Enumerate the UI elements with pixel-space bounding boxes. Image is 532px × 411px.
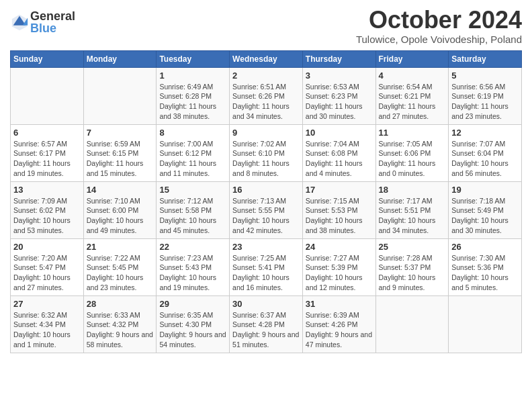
day-info: Sunrise: 6:32 AMSunset: 4:34 PMDaylight:…	[13, 310, 81, 350]
day-number: 24	[306, 242, 373, 252]
day-number: 3	[306, 71, 373, 81]
calendar-week-5: 27Sunrise: 6:32 AMSunset: 4:34 PMDayligh…	[11, 295, 522, 353]
day-info: Sunrise: 6:56 AMSunset: 6:19 PMDaylight:…	[451, 82, 519, 122]
sunset-text: Sunset: 6:04 PM	[451, 148, 519, 158]
calendar-cell: 6Sunrise: 6:57 AMSunset: 6:17 PMDaylight…	[11, 124, 84, 181]
day-info: Sunrise: 6:59 AMSunset: 6:15 PMDaylight:…	[87, 139, 154, 179]
title-block: October 2024 Tulowice, Opole Voivodeship…	[356, 7, 522, 45]
page-header: General Blue October 2024 Tulowice, Opol…	[10, 7, 522, 45]
daylight-text: Daylight: 10 hours and 1 minute.	[13, 330, 81, 349]
calendar-cell	[11, 67, 84, 124]
sunset-text: Sunset: 6:12 PM	[159, 148, 226, 158]
calendar-week-4: 20Sunrise: 7:20 AMSunset: 5:47 PMDayligh…	[11, 238, 522, 295]
sunrise-text: Sunrise: 7:30 AM	[451, 253, 519, 263]
day-number: 1	[159, 71, 226, 81]
sunrise-text: Sunrise: 7:05 AM	[379, 139, 446, 149]
day-number: 25	[379, 242, 446, 252]
day-number: 20	[13, 242, 81, 252]
daylight-text: Daylight: 9 hours and 58 minutes.	[87, 330, 154, 349]
calendar-cell: 20Sunrise: 7:20 AMSunset: 5:47 PMDayligh…	[11, 238, 84, 295]
day-number: 6	[13, 128, 81, 138]
sunrise-text: Sunrise: 7:10 AM	[87, 196, 154, 206]
sunrise-text: Sunrise: 7:09 AM	[13, 196, 81, 206]
sunrise-text: Sunrise: 7:27 AM	[306, 253, 373, 263]
sunrise-text: Sunrise: 6:57 AM	[13, 139, 81, 149]
sunset-text: Sunset: 5:49 PM	[451, 205, 519, 216]
sunrise-text: Sunrise: 6:59 AM	[87, 139, 154, 149]
day-info: Sunrise: 6:35 AMSunset: 4:30 PMDaylight:…	[159, 310, 226, 350]
daylight-text: Daylight: 11 hours and 23 minutes.	[451, 101, 519, 121]
sunrise-text: Sunrise: 6:51 AM	[232, 82, 300, 92]
calendar-table: Sunday Monday Tuesday Wednesday Thursday…	[10, 50, 522, 353]
logo: General Blue	[10, 10, 75, 34]
calendar-cell: 18Sunrise: 7:17 AMSunset: 5:51 PMDayligh…	[375, 181, 449, 238]
day-number: 13	[13, 185, 81, 195]
sunrise-text: Sunrise: 7:12 AM	[159, 196, 226, 206]
day-number: 16	[232, 185, 300, 195]
sunset-text: Sunset: 5:47 PM	[13, 263, 81, 273]
day-number: 31	[306, 299, 373, 309]
day-info: Sunrise: 7:22 AMSunset: 5:45 PMDaylight:…	[87, 253, 154, 293]
sunrise-text: Sunrise: 7:17 AM	[379, 196, 446, 206]
day-number: 17	[306, 185, 373, 195]
calendar-cell: 16Sunrise: 7:13 AMSunset: 5:55 PMDayligh…	[230, 181, 303, 238]
daylight-text: Daylight: 10 hours and 19 minutes.	[159, 273, 226, 292]
day-number: 22	[159, 242, 226, 252]
sunrise-text: Sunrise: 7:07 AM	[451, 139, 519, 149]
calendar-header: Sunday Monday Tuesday Wednesday Thursday…	[11, 50, 522, 67]
calendar-cell: 5Sunrise: 6:56 AMSunset: 6:19 PMDaylight…	[449, 67, 522, 124]
sunset-text: Sunset: 5:58 PM	[159, 205, 226, 216]
day-number: 28	[87, 299, 154, 309]
sunrise-text: Sunrise: 7:00 AM	[159, 139, 226, 149]
calendar-cell	[83, 67, 157, 124]
sunrise-text: Sunrise: 6:39 AM	[306, 310, 373, 320]
daylight-text: Daylight: 10 hours and 53 minutes.	[13, 216, 81, 235]
sunset-text: Sunset: 6:19 PM	[451, 91, 519, 101]
day-number: 19	[451, 185, 519, 195]
calendar-cell: 1Sunrise: 6:49 AMSunset: 6:28 PMDaylight…	[157, 67, 230, 124]
day-number: 15	[159, 185, 226, 195]
calendar-cell: 30Sunrise: 6:37 AMSunset: 4:28 PMDayligh…	[230, 295, 303, 353]
day-info: Sunrise: 6:54 AMSunset: 6:21 PMDaylight:…	[379, 82, 446, 122]
sunset-text: Sunset: 4:34 PM	[13, 320, 81, 330]
daylight-text: Daylight: 11 hours and 11 minutes.	[159, 158, 226, 178]
day-number: 2	[232, 71, 300, 81]
header-row: Sunday Monday Tuesday Wednesday Thursday…	[11, 50, 522, 67]
day-info: Sunrise: 7:15 AMSunset: 5:53 PMDaylight:…	[306, 196, 373, 236]
sunset-text: Sunset: 6:00 PM	[87, 205, 154, 216]
day-number: 30	[232, 299, 300, 309]
daylight-text: Daylight: 10 hours and 42 minutes.	[232, 216, 300, 235]
sunset-text: Sunset: 5:45 PM	[87, 263, 154, 273]
logo-icon	[10, 13, 29, 32]
sunrise-text: Sunrise: 6:37 AM	[232, 310, 300, 320]
day-number: 8	[159, 128, 226, 138]
day-number: 26	[451, 242, 519, 252]
daylight-text: Daylight: 10 hours and 49 minutes.	[87, 216, 154, 235]
day-info: Sunrise: 7:18 AMSunset: 5:49 PMDaylight:…	[451, 196, 519, 236]
calendar-cell: 31Sunrise: 6:39 AMSunset: 4:26 PMDayligh…	[302, 295, 375, 353]
calendar-cell: 7Sunrise: 6:59 AMSunset: 6:15 PMDaylight…	[83, 124, 157, 181]
sunset-text: Sunset: 6:08 PM	[306, 148, 373, 158]
month-title: October 2024	[356, 7, 522, 34]
logo-general: General	[30, 10, 75, 22]
day-info: Sunrise: 7:25 AMSunset: 5:41 PMDaylight:…	[232, 253, 300, 293]
day-number: 23	[232, 242, 300, 252]
daylight-text: Daylight: 11 hours and 34 minutes.	[232, 101, 300, 121]
calendar-cell: 10Sunrise: 7:04 AMSunset: 6:08 PMDayligh…	[302, 124, 375, 181]
sunset-text: Sunset: 5:43 PM	[159, 263, 226, 273]
day-number: 10	[306, 128, 373, 138]
day-info: Sunrise: 7:09 AMSunset: 6:02 PMDaylight:…	[13, 196, 81, 236]
daylight-text: Daylight: 10 hours and 27 minutes.	[13, 273, 81, 292]
sunset-text: Sunset: 4:30 PM	[159, 320, 226, 330]
logo-text: General Blue	[30, 10, 75, 34]
calendar-cell: 27Sunrise: 6:32 AMSunset: 4:34 PMDayligh…	[11, 295, 84, 353]
sunset-text: Sunset: 4:26 PM	[306, 320, 373, 330]
calendar-cell: 23Sunrise: 7:25 AMSunset: 5:41 PMDayligh…	[230, 238, 303, 295]
sunset-text: Sunset: 5:41 PM	[232, 263, 300, 273]
daylight-text: Daylight: 10 hours and 12 minutes.	[306, 273, 373, 292]
header-saturday: Saturday	[449, 50, 522, 67]
sunrise-text: Sunrise: 7:22 AM	[87, 253, 154, 263]
sunset-text: Sunset: 6:10 PM	[232, 148, 300, 158]
calendar-cell: 25Sunrise: 7:28 AMSunset: 5:37 PMDayligh…	[375, 238, 449, 295]
calendar-cell: 26Sunrise: 7:30 AMSunset: 5:36 PMDayligh…	[449, 238, 522, 295]
